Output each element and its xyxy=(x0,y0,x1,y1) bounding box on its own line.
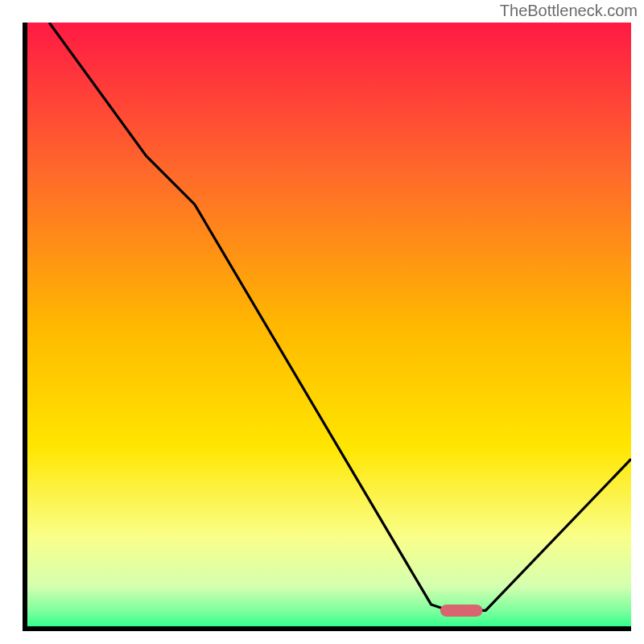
watermark-text: TheBottleneck.com xyxy=(500,2,638,20)
bottleneck-chart xyxy=(23,23,631,631)
optimal-marker xyxy=(440,605,483,617)
chart-svg xyxy=(23,23,631,631)
